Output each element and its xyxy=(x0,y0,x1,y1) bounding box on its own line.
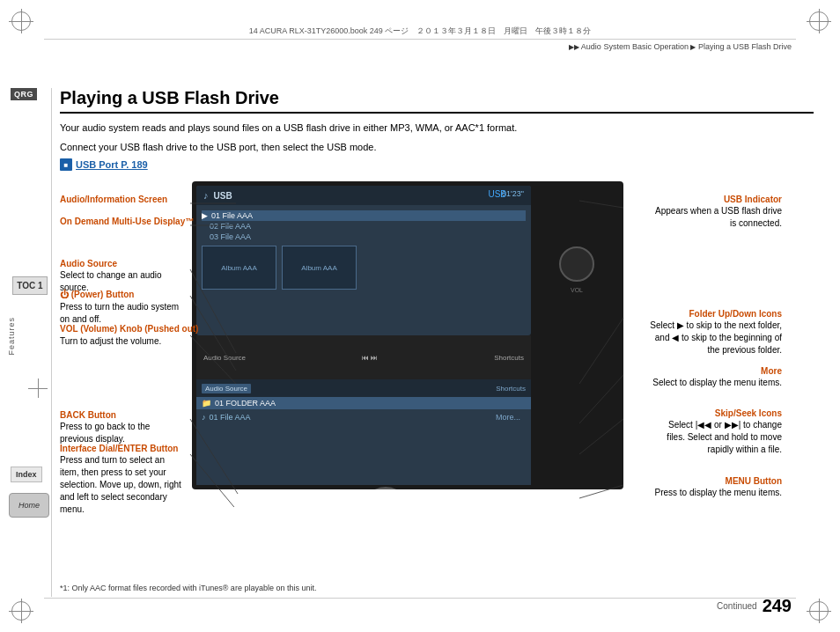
page-number-area: Continued 249 xyxy=(717,596,792,616)
file-list: ▶01 File AAA 02 File AAA 03 File AAA xyxy=(202,210,526,242)
file-item: ♪01 File AAA More... xyxy=(196,409,531,425)
audio-source-btn: Audio Source xyxy=(202,384,251,393)
sidebar-features-label: Features xyxy=(7,317,16,356)
home-label: Home xyxy=(18,501,40,510)
sidebar-index[interactable]: Index xyxy=(11,467,42,482)
label-usb-indicator-desc: Appears when a USB flash drive is connec… xyxy=(650,205,782,230)
label-folder-title: Folder Up/Down Icons xyxy=(689,309,782,319)
folder-screen: Audio Source Shortcuts 📁01 FOLDER AAA ♪0… xyxy=(196,379,531,485)
nav-buttons-row: NAV PHONE BACK ENTER INFO AUDIO xyxy=(196,485,619,489)
label-vol-desc: Turn to adjust the volume. xyxy=(60,335,161,348)
album-thumbnails: Album AAA Album AAA xyxy=(202,246,526,290)
intro-text-2: Connect your USB flash drive to the USB … xyxy=(60,140,814,155)
usb-link-icon: ■ xyxy=(60,158,72,171)
page-title: Playing a USB Flash Drive xyxy=(60,88,814,114)
stereo-image: ♪ USB 01'23" ▶01 File AAA 02 File AAA xyxy=(192,181,623,489)
footer-divider xyxy=(44,598,796,599)
label-folder-desc: Select ▶ to skip to the next folder, and… xyxy=(650,320,782,356)
label-audio-source-title: Audio Source xyxy=(60,259,117,268)
label-vol-title: VOL (Volume) Knob (Pushed out) xyxy=(60,324,198,334)
sidebar-home-button[interactable]: Home xyxy=(9,493,49,518)
file-item-1: ▶01 File AAA xyxy=(202,210,526,221)
label-back-desc: Press to go back to the previous display… xyxy=(60,421,183,445)
label-interface-title: Interface Dial/ENTER Button xyxy=(60,444,178,453)
label-skip-title: Skip/Seek Icons xyxy=(715,408,782,418)
corner-decoration-tr xyxy=(807,9,831,33)
music-icon: ♪ xyxy=(203,190,209,201)
corner-decoration-tl xyxy=(9,9,33,33)
vol-knob-visual xyxy=(559,246,594,282)
side-controls: VOL xyxy=(546,199,608,340)
album-box-2: Album AAA xyxy=(282,246,357,290)
enter-dial[interactable]: ENTER xyxy=(363,487,409,490)
more-btn: More... xyxy=(490,411,526,423)
usb-link-text: USB Port P. 189 xyxy=(76,159,148,170)
label-power-title: ⏻ (Power) Button xyxy=(60,290,134,299)
source-ctrl: Audio Source xyxy=(203,354,246,362)
main-content: Playing a USB Flash Drive Your audio sys… xyxy=(60,48,814,597)
print-header: 14 ACURA RLX-31TY26000.book 249 ページ ２０１３… xyxy=(44,25,796,37)
diagram-container: ♪ USB 01'23" ▶01 File AAA 02 File AAA xyxy=(60,181,782,507)
label-skip-desc: Select |◀◀ or ▶▶| to change files. Selec… xyxy=(650,419,782,456)
sidebar-toc[interactable]: TOC 1 xyxy=(12,276,48,295)
label-more-desc: Select to display the menu items. xyxy=(652,377,782,389)
usb-port-link[interactable]: ■ USB Port P. 189 xyxy=(60,158,814,171)
sidebar-divider xyxy=(51,88,52,597)
file-item-2: 02 File AAA xyxy=(202,221,526,231)
album-box-1: Album AAA xyxy=(202,246,276,290)
usb-screen: ♪ USB 01'23" ▶01 File AAA 02 File AAA xyxy=(196,186,531,335)
footnote: *1: Only AAC format files recorded with … xyxy=(60,584,316,592)
usb-indicator-icon: USB xyxy=(488,189,506,199)
label-audio-info-screen: Audio/Information Screen xyxy=(60,195,167,204)
tune-ctrl: ⏮ ⏭ xyxy=(362,354,378,362)
sidebar-crosshair xyxy=(28,378,48,398)
header-divider xyxy=(44,39,796,40)
shortcuts-ctrl: Shortcuts xyxy=(494,354,524,362)
page-number: 249 xyxy=(763,596,792,616)
shortcuts-btn: Shortcuts xyxy=(496,385,526,393)
continued-label: Continued xyxy=(717,601,757,611)
vol-label: VOL xyxy=(571,287,583,293)
corner-decoration-br xyxy=(807,599,831,623)
screen-title: USB xyxy=(214,191,232,201)
label-back-title: BACK Button xyxy=(60,410,116,420)
label-interface-desc: Press and turn to select an item, then p… xyxy=(60,454,183,516)
label-power-desc: Press to turn the audio system on and of… xyxy=(60,301,183,326)
label-on-demand: On Demand Multi-Use Display™ xyxy=(60,217,194,226)
sidebar-qrg[interactable]: QRG xyxy=(11,88,37,100)
label-menu-desc: Press to display the menu items. xyxy=(654,487,782,499)
corner-decoration-bl xyxy=(9,599,33,623)
label-menu-title: MENU Button xyxy=(726,476,782,486)
controls-row: Audio Source ⏮ ⏭ Shortcuts xyxy=(196,335,531,379)
folder-item-active: 📁01 FOLDER AAA xyxy=(196,397,531,409)
label-more-title: More xyxy=(761,366,782,376)
label-usb-indicator-title: USB Indicator xyxy=(724,195,782,204)
intro-text-1: Your audio system reads and plays sound … xyxy=(60,121,814,136)
file-item-3: 03 File AAA xyxy=(202,231,526,242)
